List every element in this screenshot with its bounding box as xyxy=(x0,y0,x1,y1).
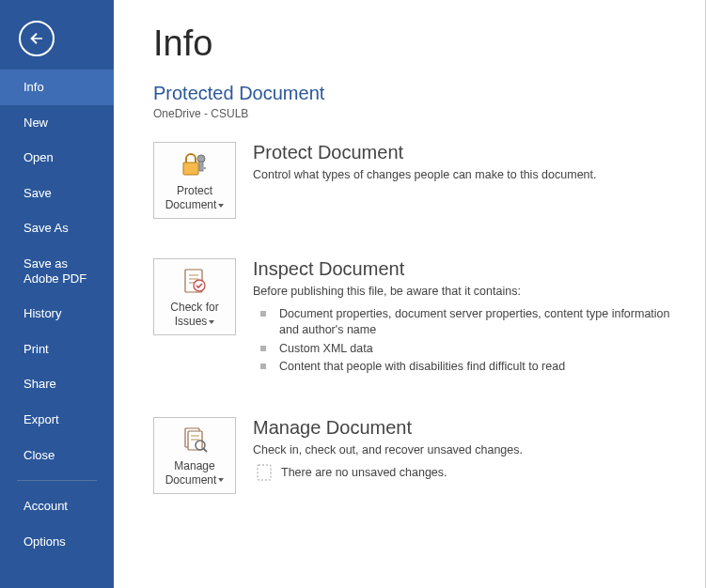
nav-export[interactable]: Export xyxy=(0,402,114,438)
nav-account[interactable]: Account xyxy=(0,488,114,524)
nav-new[interactable]: New xyxy=(0,105,114,141)
protect-desc: Control what types of changes people can… xyxy=(253,167,686,184)
protect-button-label: Protect Document xyxy=(165,184,217,211)
manage-document-button[interactable]: Manage Document xyxy=(153,417,236,494)
svg-rect-15 xyxy=(258,465,271,480)
document-location: OneDrive - CSULB xyxy=(153,107,686,120)
page-title: Info xyxy=(153,23,686,64)
inspect-issue-item: Content that people with disabilities fi… xyxy=(260,359,686,376)
nav-info[interactable]: Info xyxy=(0,70,114,105)
inspect-issue-item: Custom XML data xyxy=(260,341,686,358)
nav-save-as[interactable]: Save As xyxy=(0,210,114,246)
check-for-issues-button[interactable]: Check for Issues xyxy=(153,258,236,335)
unsaved-status: There are no unsaved changes. xyxy=(281,466,447,479)
info-pane: Info Protected Document OneDrive - CSULB… xyxy=(114,0,706,588)
manage-title: Manage Document xyxy=(253,417,686,439)
inspect-issue-item: Document properties, document server pro… xyxy=(260,306,686,339)
nav-share[interactable]: Share xyxy=(0,366,114,402)
svg-rect-2 xyxy=(199,162,203,171)
protect-document-button[interactable]: Protect Document xyxy=(153,142,236,219)
nav-options[interactable]: Options xyxy=(0,524,114,560)
nav-save[interactable]: Save xyxy=(0,176,114,211)
nav-open[interactable]: Open xyxy=(0,140,114,176)
manage-section: Manage Document Manage Document Check in… xyxy=(153,417,686,494)
backstage-sidebar: Info New Open Save Save As Save as Adobe… xyxy=(0,0,114,588)
svg-rect-3 xyxy=(202,167,206,169)
inspect-issues-list: Document properties, document server pro… xyxy=(253,306,686,376)
document-check-icon xyxy=(182,265,207,297)
protect-section: Protect Document Protect Document Contro… xyxy=(153,142,686,219)
document-title: Protected Document xyxy=(153,83,686,104)
manage-desc: Check in, check out, and recover unsaved… xyxy=(253,442,686,459)
svg-rect-0 xyxy=(183,162,198,175)
chevron-down-icon xyxy=(218,204,224,208)
nav-history[interactable]: History xyxy=(0,296,114,332)
nav-close[interactable]: Close xyxy=(0,438,114,473)
document-dashed-icon xyxy=(257,464,272,481)
protect-title: Protect Document xyxy=(253,142,686,163)
svg-line-14 xyxy=(204,448,208,452)
lock-key-icon xyxy=(180,148,209,180)
inspect-desc: Before publishing this file, be aware th… xyxy=(253,284,686,301)
inspect-title: Inspect Document xyxy=(253,258,686,280)
nav-save-as-adobe-pdf[interactable]: Save as Adobe PDF xyxy=(0,246,114,296)
manage-button-label: Manage Document xyxy=(165,459,217,487)
inspect-section: Check for Issues Inspect Document Before… xyxy=(153,258,686,378)
back-arrow-icon xyxy=(28,30,45,47)
back-button[interactable] xyxy=(19,21,55,56)
nav-separator xyxy=(17,480,97,481)
chevron-down-icon xyxy=(209,320,214,324)
document-manage-icon xyxy=(181,424,208,456)
nav-print[interactable]: Print xyxy=(0,332,114,367)
chevron-down-icon xyxy=(218,478,224,482)
